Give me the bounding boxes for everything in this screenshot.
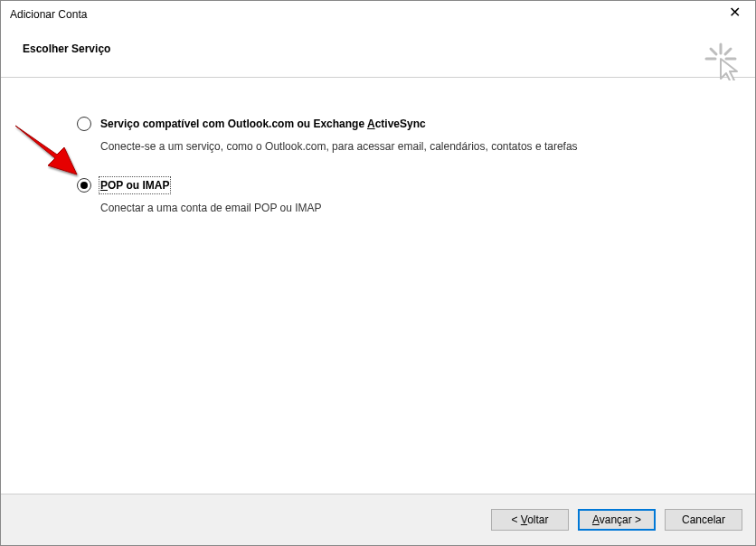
- wizard-header: Escolher Serviço: [1, 28, 755, 78]
- next-button[interactable]: Avançar >: [578, 509, 656, 531]
- radio-pop-imap[interactable]: [77, 178, 91, 193]
- option-outlook-desc: Conecte-se a um serviço, como o Outlook.…: [100, 140, 755, 153]
- window-title: Adicionar Conta: [10, 8, 87, 21]
- option-pop-imap-title: POP ou IMAP: [100, 178, 169, 193]
- service-options: Serviço compatível com Outlook.com ou Ex…: [1, 80, 755, 214]
- back-button[interactable]: < Voltar: [491, 509, 569, 531]
- option-pop-imap-desc: Conectar a uma conta de email POP ou IMA…: [100, 202, 755, 214]
- wizard-body: Serviço compatível com Outlook.com ou Ex…: [1, 80, 755, 494]
- wizard-footer: < Voltar Avançar > Cancelar: [1, 494, 755, 545]
- close-button[interactable]: ✕: [714, 1, 755, 28]
- svg-line-3: [711, 49, 716, 54]
- page-heading: Escolher Serviço: [23, 42, 755, 55]
- cancel-button[interactable]: Cancelar: [665, 509, 742, 531]
- svg-line-4: [725, 49, 731, 54]
- titlebar: Adicionar Conta ✕: [1, 1, 755, 28]
- option-outlook-title: Serviço compatível com Outlook.com ou Ex…: [100, 118, 426, 130]
- option-outlook-activesync[interactable]: Serviço compatível com Outlook.com ou Ex…: [77, 117, 755, 153]
- add-account-window: Adicionar Conta ✕ Escolher Serviço: [0, 0, 756, 546]
- radio-outlook[interactable]: [77, 117, 91, 131]
- option-pop-imap[interactable]: POP ou IMAP Conectar a uma conta de emai…: [77, 178, 755, 214]
